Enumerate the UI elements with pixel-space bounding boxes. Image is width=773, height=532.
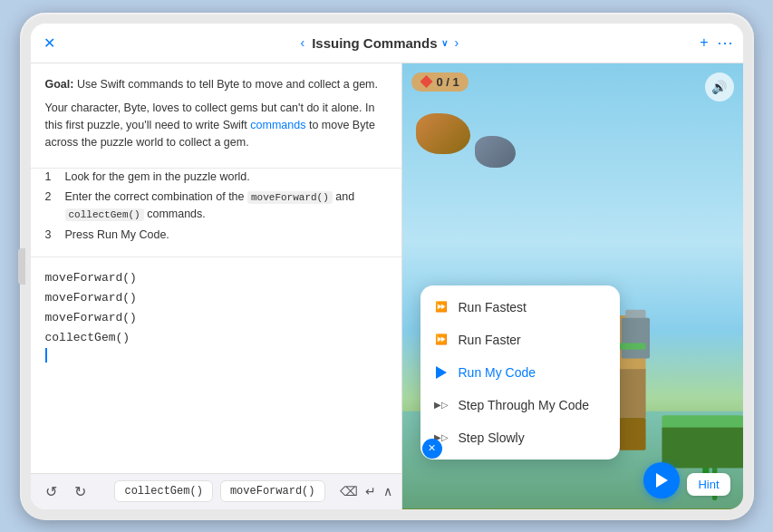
svg-rect-8 (621, 318, 649, 359)
step-1: 1 Look for the gem in the puzzle world. (45, 169, 387, 186)
game-world: 0 / 1 🔊 ⏩ Run Fastest ⏩ (402, 63, 743, 509)
code-line-4: collectGem() (45, 328, 387, 348)
sound-icon: 🔊 (711, 80, 727, 94)
step-slowly-label: Step Slowly (459, 430, 525, 445)
toolbar-left: ↺ ↻ (40, 479, 92, 503)
hide-keyboard-icon[interactable]: ∧ (383, 484, 392, 498)
collect-gem-code: collectGem() (65, 208, 144, 221)
run-my-code-icon (433, 364, 449, 381)
step-2: 2 Enter the correct combination of the m… (45, 189, 387, 223)
nav-back-button[interactable]: ‹ (300, 35, 304, 50)
code-line-3: moveForward() (45, 308, 387, 328)
cursor-line (45, 348, 387, 363)
top-bar-right: + ··· (700, 34, 733, 53)
commands-link[interactable]: commands (250, 119, 305, 131)
run-fastest-icon: ⏩ (433, 299, 449, 315)
svg-rect-23 (662, 428, 743, 469)
nav-forward-button[interactable]: › (455, 35, 459, 50)
content-area: Goal: Use Swift commands to tell Byte to… (31, 63, 743, 509)
step-3-num: 3 (45, 227, 58, 244)
right-panel: 0 / 1 🔊 ⏩ Run Fastest ⏩ (402, 63, 743, 509)
add-button[interactable]: + (700, 34, 708, 51)
step-2-num: 2 (45, 189, 58, 223)
chapter-title: Issuing Commands ∨ (312, 35, 447, 51)
run-menu-close-button[interactable]: ✕ (422, 439, 442, 459)
run-fastest-item[interactable]: ⏩ Run Fastest (420, 291, 620, 324)
run-menu: ⏩ Run Fastest ⏩ Run Faster Run My Code (420, 285, 620, 459)
run-faster-item[interactable]: ⏩ Run Faster (420, 324, 620, 356)
step-3-text: Press Run My Code. (65, 227, 169, 244)
left-panel: Goal: Use Swift commands to tell Byte to… (31, 63, 402, 509)
redo-button[interactable]: ↻ (69, 479, 92, 503)
keyboard-delete-icon[interactable]: ⌫ (340, 484, 358, 498)
step-1-num: 1 (45, 169, 58, 186)
more-button[interactable]: ··· (717, 34, 733, 53)
top-bar-left: ✕ (40, 33, 60, 53)
move-forward-code: moveForward() (247, 191, 333, 204)
description-text: Your character, Byte, loves to collect g… (45, 100, 387, 150)
toolbar-right: ⌫ ↵ ∧ (340, 484, 392, 498)
score-badge: 0 / 1 (411, 73, 469, 92)
play-button[interactable] (643, 462, 680, 498)
ipad-screen: ✕ ‹ Issuing Commands ∨ › + ··· G (31, 24, 743, 509)
code-line-1: moveForward() (45, 268, 387, 288)
top-bar-center: ‹ Issuing Commands ∨ › (60, 35, 701, 51)
step-1-text: Look for the gem in the puzzle world. (65, 169, 250, 186)
run-fastest-label: Run Fastest (459, 300, 527, 314)
sound-button[interactable]: 🔊 (705, 73, 734, 102)
text-cursor (45, 348, 47, 363)
step-list: 1 Look for the gem in the puzzle world. … (31, 169, 401, 257)
step-through-item[interactable]: ▶▷ Step Through My Code (420, 389, 620, 421)
step-through-icon: ▶▷ (433, 397, 449, 413)
bottom-toolbar: ↺ ↻ collectGem() moveForward() ⌫ ↵ ∧ (31, 473, 401, 509)
code-line-2: moveForward() (45, 288, 387, 308)
collect-gem-button[interactable]: collectGem() (114, 480, 212, 502)
return-icon[interactable]: ↵ (365, 484, 376, 498)
ipad-frame: ✕ ‹ Issuing Commands ∨ › + ··· G (20, 13, 754, 520)
play-icon (656, 473, 668, 488)
goal-prefix: Goal: (45, 78, 77, 91)
gem-icon (420, 75, 433, 88)
run-my-code-item[interactable]: Run My Code (420, 356, 620, 389)
home-button[interactable] (18, 248, 25, 285)
run-faster-label: Run Faster (459, 333, 521, 347)
close-button[interactable]: ✕ (40, 33, 60, 53)
step-3: 3 Press Run My Code. (45, 227, 387, 244)
code-editor[interactable]: moveForward() moveForward() moveForward(… (31, 257, 401, 473)
chapter-dropdown-icon[interactable]: ∨ (441, 38, 448, 48)
move-forward-button[interactable]: moveForward() (220, 480, 325, 502)
step-2-text: Enter the correct combination of the mov… (65, 189, 387, 223)
score-value: 0 / 1 (437, 75, 459, 89)
undo-button[interactable]: ↺ (40, 479, 63, 503)
goal-text: Goal: Use Swift commands to tell Byte to… (45, 76, 387, 93)
run-my-code-label: Run My Code (459, 365, 536, 380)
step-slowly-item[interactable]: ▶▷ Step Slowly (420, 421, 620, 454)
instructions-panel: Goal: Use Swift commands to tell Byte to… (31, 63, 401, 169)
run-faster-icon: ⏩ (433, 332, 449, 348)
step-through-label: Step Through My Code (459, 398, 590, 412)
hint-button[interactable]: Hint (687, 473, 730, 496)
top-bar: ✕ ‹ Issuing Commands ∨ › + ··· (31, 24, 743, 63)
